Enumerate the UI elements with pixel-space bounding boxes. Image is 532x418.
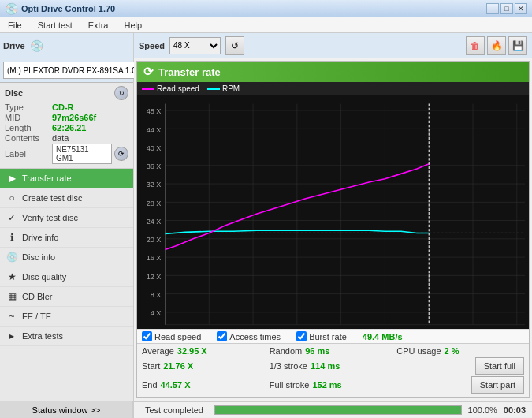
save-button[interactable]: 💾	[508, 36, 527, 55]
svg-text:24 X: 24 X	[147, 218, 162, 226]
svg-text:36 X: 36 X	[147, 162, 162, 170]
disc-contents-label: Contents	[5, 133, 52, 143]
disc-label-label: Label	[5, 149, 52, 159]
chart-header: ⟳ Transfer rate	[137, 62, 529, 82]
time-display: 00:03	[504, 405, 526, 415]
stats-start-part: Start part	[396, 376, 524, 394]
burn-button[interactable]: 🔥	[487, 36, 506, 55]
nav-section: ▶ Transfer rate ○ Create test disc ✓ Ver…	[0, 169, 133, 401]
menu-file[interactable]: File	[3, 19, 27, 32]
nav-fe-te[interactable]: ~ FE / TE	[0, 307, 133, 327]
nav-create-test-disc[interactable]: ○ Create test disc	[0, 188, 133, 208]
svg-text:48 X: 48 X	[147, 107, 162, 115]
nav-cd-bler[interactable]: ▦ CD Bler	[0, 287, 133, 307]
disc-quality-icon: ★	[6, 271, 17, 282]
stats-cpu: CPU usage 2 %	[396, 346, 524, 356]
status-window-button[interactable]: Status window >>	[0, 401, 133, 418]
disc-title: Disc	[5, 88, 23, 98]
stats-end: End 44.57 X	[142, 380, 270, 390]
svg-text:28 X: 28 X	[147, 199, 162, 207]
erase-button[interactable]: 🗑	[466, 36, 485, 55]
nav-verify-test-disc-label: Verify test disc	[22, 213, 78, 222]
read-speed-checkbox[interactable]	[142, 331, 152, 341]
speed-toolbar: Speed 48 X ↺ 🗑 🔥 💾	[134, 33, 532, 58]
progress-text: 100.0%	[468, 405, 497, 415]
disc-length-value: 62:26.21	[52, 123, 86, 132]
legend-read-speed: Read speed	[142, 84, 199, 93]
legend-read-speed-color	[142, 88, 154, 90]
extra-tests-icon: ▸	[6, 330, 17, 341]
transfer-rate-icon: ▶	[6, 173, 17, 184]
svg-text:20 X: 20 X	[147, 236, 162, 244]
checkboxes-row: Read speed Access times Burst rate 49.4 …	[137, 329, 529, 343]
svg-text:32 X: 32 X	[147, 181, 162, 188]
drive-label: Drive	[3, 41, 25, 50]
disc-panel: Disc ↻ Type CD-R MID 97m26s66f Length 62…	[0, 83, 133, 169]
disc-label-value: NE75131 GM1	[52, 144, 112, 164]
svg-text:16 X: 16 X	[147, 254, 162, 262]
disc-length-label: Length	[5, 123, 52, 132]
main-layout: Drive 💿 (M:) PLEXTOR DVDR PX-891SA 1.06 …	[0, 33, 532, 418]
stats-area: Average 32.95 X Random 96 ms CPU usage 2…	[137, 343, 529, 397]
stats-average: Average 32.95 X	[142, 346, 270, 356]
fe-te-icon: ~	[6, 311, 17, 322]
nav-disc-info[interactable]: 💿 Disc info	[0, 248, 133, 267]
disc-label-icon[interactable]: ⟳	[114, 147, 128, 161]
bottom-status-bar: Test completed 100.0% 00:03	[134, 401, 532, 418]
legend-rpm-label: RPM	[222, 84, 240, 93]
nav-disc-quality-label: Disc quality	[22, 272, 66, 282]
app-icon: 💿	[5, 2, 18, 15]
nav-fe-te-label: FE / TE	[22, 312, 51, 321]
chart-panel: ⟳ Transfer rate Read speed RPM	[136, 61, 530, 398]
nav-drive-info[interactable]: ℹ Drive info	[0, 228, 133, 248]
refresh-button[interactable]: ↺	[225, 36, 244, 55]
drive-info-icon: ℹ	[6, 232, 17, 243]
svg-text:12 X: 12 X	[147, 272, 162, 280]
disc-type-label: Type	[5, 103, 52, 112]
menu-extra[interactable]: Extra	[84, 19, 113, 32]
drive-toolbar: Drive 💿	[0, 33, 133, 58]
cd-bler-icon: ▦	[6, 291, 17, 302]
legend-rpm: RPM	[207, 84, 240, 93]
stats-random: Random 96 ms	[270, 346, 397, 356]
verify-test-disc-icon: ✓	[6, 212, 17, 223]
svg-text:8 X: 8 X	[151, 291, 162, 299]
stats-row-3: End 44.57 X Full stroke 152 ms Start par…	[142, 376, 524, 394]
drive-select[interactable]: (M:) PLEXTOR DVDR PX-891SA 1.06	[3, 62, 154, 79]
access-times-checkbox[interactable]	[217, 331, 227, 341]
stats-row-2: Start 21.76 X 1/3 stroke 114 ms Start fu…	[142, 357, 524, 375]
start-part-button[interactable]: Start part	[471, 376, 524, 394]
nav-disc-info-label: Disc info	[22, 252, 55, 262]
disc-refresh-icon[interactable]: ↻	[114, 86, 128, 100]
burst-rate-checkbox[interactable]	[296, 331, 307, 341]
nav-extra-tests[interactable]: ▸ Extra tests	[0, 327, 133, 346]
stats-start: Start 21.76 X	[142, 361, 270, 371]
maximize-button[interactable]: □	[500, 3, 513, 14]
speed-select[interactable]: 48 X	[169, 37, 221, 54]
svg-text:40 X: 40 X	[147, 144, 162, 152]
start-full-button[interactable]: Start full	[475, 357, 524, 375]
progress-bar-fill	[215, 406, 461, 414]
legend-read-speed-label: Read speed	[157, 84, 199, 93]
minimize-button[interactable]: ─	[486, 3, 499, 14]
stats-1_3-stroke: 1/3 stroke 114 ms	[270, 361, 397, 371]
progress-bar-container	[214, 405, 462, 415]
stats-row-1: Average 32.95 X Random 96 ms CPU usage 2…	[142, 346, 524, 356]
content-area: Speed 48 X ↺ 🗑 🔥 💾 ⟳ Transfer rate	[134, 33, 532, 418]
checkbox-access-times[interactable]: Access times	[217, 331, 281, 341]
chart-title: Transfer rate	[158, 66, 221, 78]
speed-label: Speed	[139, 41, 165, 50]
disc-info-icon: 💿	[6, 252, 17, 263]
menu-help[interactable]: Help	[119, 19, 147, 32]
close-button[interactable]: ✕	[515, 3, 527, 14]
checkbox-burst-rate[interactable]: Burst rate	[296, 331, 347, 341]
nav-verify-test-disc[interactable]: ✓ Verify test disc	[0, 208, 133, 228]
checkbox-read-speed[interactable]: Read speed	[142, 331, 201, 341]
sidebar: Drive 💿 (M:) PLEXTOR DVDR PX-891SA 1.06 …	[0, 33, 134, 418]
nav-disc-quality[interactable]: ★ Disc quality	[0, 267, 133, 287]
chart-legend: Read speed RPM	[137, 82, 529, 95]
menu-start-test[interactable]: Start test	[33, 19, 77, 32]
stats-full-stroke: Full stroke 152 ms	[270, 380, 397, 390]
nav-transfer-rate[interactable]: ▶ Transfer rate	[0, 169, 133, 188]
svg-text:44 X: 44 X	[147, 125, 162, 133]
